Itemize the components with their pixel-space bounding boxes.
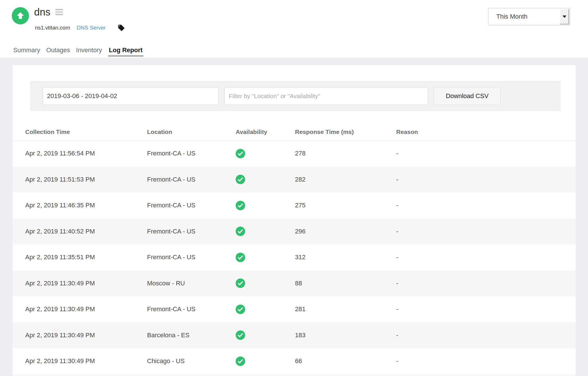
- cell-location: Moscow - RU: [134, 280, 223, 287]
- log-table: Collection Time Location Availability Re…: [13, 123, 576, 376]
- cell-location: Fremont-CA - US: [134, 150, 223, 157]
- cell-reason: -: [384, 176, 576, 183]
- cell-response-time: 275: [282, 202, 384, 209]
- check-circle-icon: [236, 149, 245, 158]
- cell-response-time: 281: [282, 305, 384, 313]
- table-row: Apr 2, 2019 11:30:49 PM Chicago - US 66 …: [13, 348, 576, 374]
- cell-availability: [223, 330, 282, 340]
- period-select-value: This Month: [489, 13, 528, 20]
- cell-response-time: 183: [282, 332, 384, 339]
- cell-collection-time: Apr 2, 2019 11:35:51 PM: [13, 254, 134, 261]
- check-circle-icon: [236, 253, 245, 262]
- table-row: Apr 2, 2019 11:51:53 PM Fremont-CA - US …: [13, 167, 576, 193]
- tab-bar: Summary Outages Inventory Log Report: [13, 46, 143, 57]
- tab-outages[interactable]: Outages: [46, 46, 70, 57]
- cell-collection-time: Apr 2, 2019 11:51:53 PM: [13, 176, 134, 183]
- cell-collection-time: Apr 2, 2019 11:30:49 PM: [13, 305, 134, 313]
- cell-availability: [223, 201, 282, 210]
- check-circle-icon: [236, 356, 245, 366]
- table-row-partial: [13, 374, 576, 376]
- cell-location: Fremont-CA - US: [134, 176, 223, 183]
- monitor-title: dns: [34, 6, 50, 18]
- cell-availability: [223, 356, 282, 366]
- cell-collection-time: Apr 2, 2019 11:30:49 PM: [13, 280, 134, 287]
- cell-collection-time: Apr 2, 2019 11:40:52 PM: [13, 228, 134, 235]
- cell-location: Fremont-CA - US: [134, 305, 223, 313]
- cell-availability: [223, 149, 282, 158]
- table-row: Apr 2, 2019 11:30:49 PM Barcelona - ES 1…: [13, 322, 576, 348]
- cell-response-time: 66: [282, 357, 384, 365]
- cell-availability: [223, 227, 282, 236]
- page-body: Download CSV Collection Time Location Av…: [0, 58, 588, 376]
- col-header-reason: Reason: [384, 128, 576, 135]
- cell-response-time: 296: [282, 228, 384, 235]
- tag-icon[interactable]: [118, 24, 125, 32]
- caret-down-icon: [562, 15, 566, 18]
- cell-response-time: 282: [282, 176, 384, 183]
- filter-input[interactable]: [224, 87, 428, 105]
- check-circle-icon: [236, 330, 245, 340]
- cell-reason: -: [384, 305, 576, 313]
- monitor-header: dns ns1.vtitan.com DNS Server This Month…: [0, 0, 588, 58]
- period-select[interactable]: This Month: [488, 8, 570, 25]
- table-header-row: Collection Time Location Availability Re…: [13, 123, 576, 141]
- cell-location: Fremont-CA - US: [134, 254, 223, 261]
- tab-inventory[interactable]: Inventory: [76, 46, 102, 57]
- table-row: Apr 2, 2019 11:30:49 PM Fremont-CA - US …: [13, 296, 576, 322]
- cell-reason: -: [384, 228, 576, 235]
- cell-collection-time: Apr 2, 2019 11:30:49 PM: [13, 357, 134, 365]
- date-range-input[interactable]: [43, 87, 218, 105]
- col-header-response-time: Response Time (ms): [282, 128, 384, 135]
- cell-response-time: 88: [282, 280, 384, 287]
- select-arrow-button[interactable]: [560, 9, 569, 24]
- cell-collection-time: Apr 2, 2019 11:46:35 PM: [13, 202, 134, 209]
- check-circle-icon: [236, 305, 245, 314]
- check-circle-icon: [236, 227, 245, 236]
- log-report-card: Download CSV Collection Time Location Av…: [13, 65, 576, 376]
- cell-collection-time: Apr 2, 2019 11:30:49 PM: [13, 332, 134, 339]
- cell-response-time: 312: [282, 254, 384, 261]
- cell-reason: -: [384, 357, 576, 365]
- table-row: Apr 2, 2019 11:46:35 PM Fremont-CA - US …: [13, 192, 576, 219]
- cell-response-time: 278: [282, 150, 384, 157]
- cell-location: Fremont-CA - US: [134, 228, 223, 235]
- monitor-type-link[interactable]: DNS Server: [77, 25, 106, 31]
- download-csv-button[interactable]: Download CSV: [434, 87, 501, 105]
- cell-location: Barcelona - ES: [134, 332, 223, 339]
- cell-reason: -: [384, 202, 576, 209]
- filter-bar: Download CSV: [30, 81, 560, 111]
- col-header-collection-time: Collection Time: [13, 128, 134, 135]
- table-body: Apr 2, 2019 11:56:54 PM Fremont-CA - US …: [13, 141, 576, 374]
- cell-availability: [223, 278, 282, 288]
- col-header-availability: Availability: [223, 128, 282, 135]
- cell-reason: -: [384, 150, 576, 157]
- col-header-location: Location: [134, 128, 223, 135]
- check-circle-icon: [236, 201, 245, 210]
- tab-log-report[interactable]: Log Report: [108, 46, 143, 57]
- monitor-host: ns1.vtitan.com: [35, 25, 70, 31]
- cell-availability: [223, 305, 282, 314]
- check-circle-icon: [236, 278, 245, 288]
- cell-location: Chicago - US: [134, 357, 223, 365]
- cell-reason: -: [384, 332, 576, 339]
- cell-reason: -: [384, 254, 576, 261]
- tab-summary[interactable]: Summary: [13, 46, 40, 57]
- table-row: Apr 2, 2019 11:56:54 PM Fremont-CA - US …: [13, 141, 576, 167]
- check-circle-icon: [236, 175, 245, 184]
- cell-reason: -: [384, 280, 576, 287]
- up-arrow-icon: [15, 11, 25, 21]
- table-row: Apr 2, 2019 11:30:49 PM Moscow - RU 88 -: [13, 270, 576, 297]
- cell-availability: [223, 175, 282, 184]
- table-row: Apr 2, 2019 11:35:51 PM Fremont-CA - US …: [13, 244, 576, 270]
- status-up-circle-icon: [12, 7, 29, 24]
- hamburger-menu-icon[interactable]: [55, 9, 63, 15]
- cell-collection-time: Apr 2, 2019 11:56:54 PM: [13, 150, 134, 157]
- table-row: Apr 2, 2019 11:40:52 PM Fremont-CA - US …: [13, 219, 576, 245]
- cell-location: Fremont-CA - US: [134, 202, 223, 209]
- cell-availability: [223, 253, 282, 262]
